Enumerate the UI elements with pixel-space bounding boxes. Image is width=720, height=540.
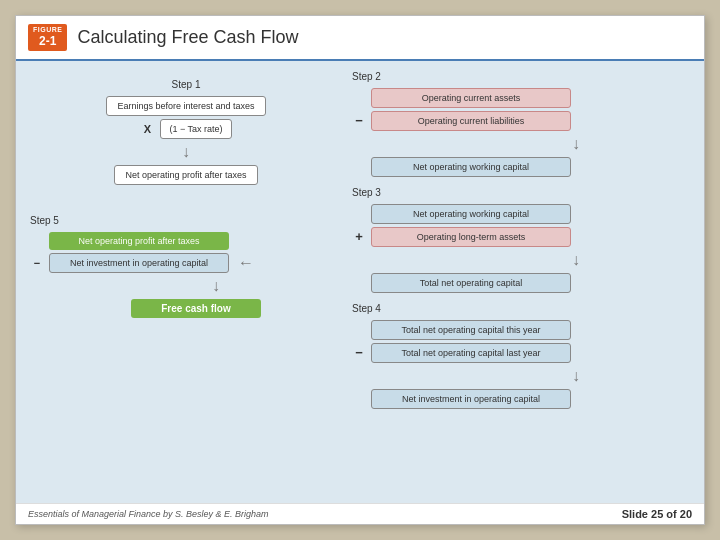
step5-box2: Free cash flow [131, 299, 261, 318]
step2-box0: Operating current assets [371, 88, 571, 108]
step5-area: Step 5 Net operating profit after taxes … [30, 215, 342, 318]
step3-label: Step 3 [352, 187, 690, 198]
figure-label: FIGURE [33, 26, 62, 34]
step1-arrow: ↓ [182, 144, 190, 160]
step2-row2: Net operating working capital [352, 157, 690, 177]
step3-box0: Net operating working capital [371, 204, 571, 224]
step2-arrow: ↓ [462, 136, 690, 152]
slide-number: Slide 25 of 20 [622, 508, 692, 520]
step3-row0: Net operating working capital [352, 204, 690, 224]
step5-op1: − [30, 257, 44, 269]
step1-box2: (1 − Tax rate) [160, 119, 231, 139]
figure-badge: FIGURE 2-1 [28, 24, 67, 51]
step3-box1: Operating long-term assets [371, 227, 571, 247]
footer-source: Essentials of Managerial Finance by S. B… [28, 509, 269, 519]
step4-box2: Net investment in operating capital [371, 389, 571, 409]
step4-box0: Total net operating capital this year [371, 320, 571, 340]
step5-arrow-down: ↓ [90, 278, 342, 294]
step4-arrow: ↓ [462, 368, 690, 384]
step3-section: Step 3 Net operating working capital + O… [352, 187, 690, 293]
step5-box1: Net investment in operating capital [49, 253, 229, 273]
step3-rows: Net operating working capital + Operatin… [352, 204, 690, 293]
step5-row0: Net operating profit after taxes [30, 232, 342, 250]
step5-arrow-left: ← [238, 254, 254, 272]
slide-container: FIGURE 2-1 Calculating Free Cash Flow St… [15, 15, 705, 525]
step4-rows: Total net operating capital this year − … [352, 320, 690, 409]
step3-box2: Total net operating capital [371, 273, 571, 293]
step1-box1: Earnings before interest and taxes [106, 96, 265, 116]
step4-row1: − Total net operating capital last year [352, 343, 690, 363]
slide-body: Step 1 Earnings before interest and taxe… [16, 61, 704, 503]
step2-box2: Net operating working capital [371, 157, 571, 177]
step3-row1: + Operating long-term assets [352, 227, 690, 247]
step1-label: Step 1 [172, 79, 201, 90]
step4-box1: Total net operating capital last year [371, 343, 571, 363]
step4-label: Step 4 [352, 303, 690, 314]
step3-arrow: ↓ [462, 252, 690, 268]
step5-label: Step 5 [30, 215, 342, 226]
step2-label: Step 2 [352, 71, 690, 82]
right-column: Step 2 Operating current assets − Operat… [352, 71, 690, 493]
step4-row0: Total net operating capital this year [352, 320, 690, 340]
step5-row1: − Net investment in operating capital ← [30, 253, 342, 273]
step1-area: Step 1 Earnings before interest and taxe… [30, 79, 342, 185]
step5-box0: Net operating profit after taxes [49, 232, 229, 250]
step4-section: Step 4 Total net operating capital this … [352, 303, 690, 409]
step2-rows: Operating current assets − Operating cur… [352, 88, 690, 177]
slide-title: Calculating Free Cash Flow [77, 27, 298, 48]
step2-row0: Operating current assets [352, 88, 690, 108]
step1-operator: X [140, 123, 154, 135]
left-column: Step 1 Earnings before interest and taxe… [30, 71, 342, 493]
step5-row2: Free cash flow [30, 299, 342, 318]
step2-section: Step 2 Operating current assets − Operat… [352, 71, 690, 177]
step3-row2: Total net operating capital [352, 273, 690, 293]
slide-header: FIGURE 2-1 Calculating Free Cash Flow [16, 16, 704, 61]
step1-box3: Net operating profit after taxes [114, 165, 257, 185]
figure-number: 2-1 [39, 34, 56, 48]
slide-footer: Essentials of Managerial Finance by S. B… [16, 503, 704, 524]
step2-row1: − Operating current liabilities [352, 111, 690, 131]
step2-box1: Operating current liabilities [371, 111, 571, 131]
step1-multiply-row: X (1 − Tax rate) [140, 119, 231, 139]
step4-row2: Net investment in operating capital [352, 389, 690, 409]
